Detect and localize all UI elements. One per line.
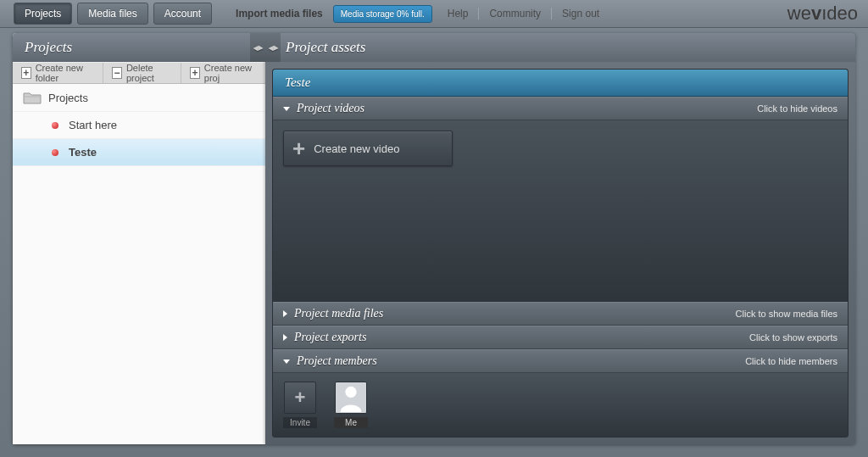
plus-icon: + xyxy=(21,67,31,79)
svg-point-0 xyxy=(345,387,356,398)
assets-panel-header: ◀▶ Project assets xyxy=(265,33,855,62)
project-card: Teste Project videos Click to hide video… xyxy=(272,69,849,437)
member-tile-me[interactable]: Me xyxy=(334,382,368,428)
section-members-header[interactable]: Project members Click to hide members xyxy=(273,349,848,373)
invite-button[interactable]: + xyxy=(284,382,316,414)
invite-label: Invite xyxy=(283,417,317,428)
collapse-left-icon[interactable]: ◀▶ xyxy=(250,33,265,62)
tab-account[interactable]: Account xyxy=(153,3,212,25)
tab-media-files[interactable]: Media files xyxy=(77,3,147,25)
section-media-header[interactable]: Project media files Click to show media … xyxy=(273,302,848,326)
section-title: Project members xyxy=(297,354,377,368)
plus-icon: + xyxy=(295,388,306,407)
section-title: Project media files xyxy=(294,307,383,320)
section-exports-header[interactable]: Project exports Click to show exports xyxy=(273,326,848,349)
section-hint: Click to show media files xyxy=(736,309,837,319)
projects-panel-title: Projects xyxy=(25,39,72,55)
members-body: + Invite Me xyxy=(273,373,848,437)
minus-icon: − xyxy=(112,67,122,79)
chevron-down-icon xyxy=(283,107,290,111)
section-hint: Click to hide members xyxy=(745,356,837,366)
create-folder-button[interactable]: + Create new folder xyxy=(13,63,103,83)
section-hint: Click to show exports xyxy=(749,332,837,343)
wevideo-logo: wevıdeo xyxy=(787,3,858,25)
plus-icon: + xyxy=(292,137,305,159)
projects-panel-header: Projects ◀▶ xyxy=(13,33,265,62)
storage-indicator[interactable]: Media storage 0% full. xyxy=(333,5,432,23)
avatar xyxy=(335,382,367,414)
tree-item-teste[interactable]: Teste xyxy=(13,139,265,166)
projects-toolbar: + Create new folder − Delete project + C… xyxy=(13,62,265,84)
section-title: Project videos xyxy=(297,102,364,115)
create-video-label: Create new video xyxy=(314,142,399,155)
project-assets-panel: ◀▶ Project assets Teste Project videos C… xyxy=(265,33,855,444)
tree-root-label: Projects xyxy=(48,92,88,104)
member-label: Me xyxy=(334,417,368,428)
assets-panel-title: Project assets xyxy=(286,39,365,55)
tab-projects[interactable]: Projects xyxy=(14,3,72,25)
projects-panel: Projects ◀▶ + Create new folder − Delete… xyxy=(13,33,265,444)
import-media-link[interactable]: Import media files xyxy=(225,8,333,20)
videos-body: + Create new video xyxy=(273,120,848,302)
chevron-down-icon xyxy=(283,359,290,364)
project-title: Teste xyxy=(273,70,848,97)
folder-icon xyxy=(23,91,42,104)
chevron-right-icon xyxy=(283,310,287,317)
top-navigation: Projects Media files Account Import medi… xyxy=(0,0,868,28)
tree-item-start-here[interactable]: Start here xyxy=(13,112,265,139)
section-title: Project exports xyxy=(294,331,366,344)
signout-link[interactable]: Sign out xyxy=(552,8,609,20)
create-project-button[interactable]: + Create new proj xyxy=(181,63,265,83)
chevron-right-icon xyxy=(283,334,287,341)
projects-tree: Projects Start here Teste xyxy=(13,84,265,444)
projects-root-folder[interactable]: Projects xyxy=(13,84,265,112)
help-link[interactable]: Help xyxy=(437,8,480,20)
tree-item-label: Start here xyxy=(69,119,117,131)
person-icon xyxy=(336,382,366,413)
delete-project-button[interactable]: − Delete project xyxy=(103,63,181,83)
project-dot-icon xyxy=(52,122,58,129)
section-hint: Click to hide videos xyxy=(757,103,837,114)
create-video-button[interactable]: + Create new video xyxy=(283,131,453,166)
plus-icon: + xyxy=(190,67,200,79)
project-dot-icon xyxy=(52,149,58,156)
tree-item-label: Teste xyxy=(69,146,97,159)
section-videos-header[interactable]: Project videos Click to hide videos xyxy=(273,97,848,120)
expand-right-icon[interactable]: ◀▶ xyxy=(265,33,281,62)
community-link[interactable]: Community xyxy=(479,8,552,20)
invite-member-tile[interactable]: + Invite xyxy=(283,382,317,428)
